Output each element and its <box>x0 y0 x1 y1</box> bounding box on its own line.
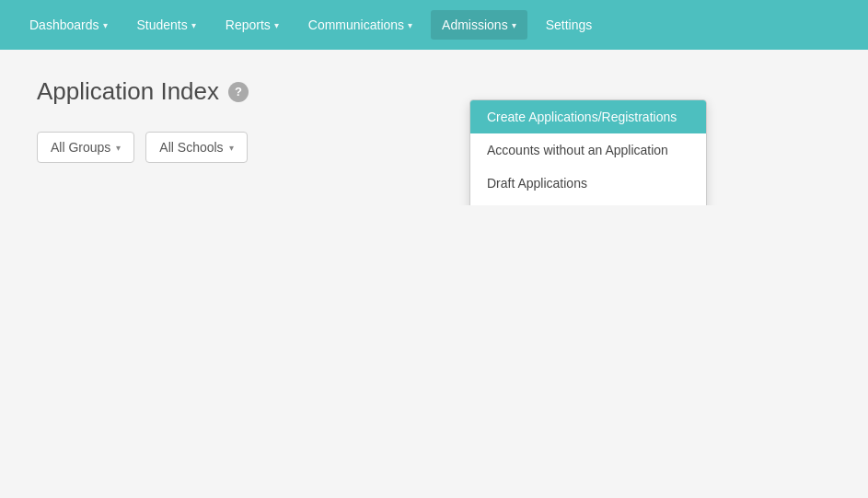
nav-dashboards[interactable]: Dashboards ▾ <box>18 10 119 40</box>
all-groups-label: All Groups <box>51 140 110 155</box>
nav-admissions-chevron: ▾ <box>512 20 516 30</box>
menu-item-rsvp-tracker[interactable]: RSVP Tracker <box>470 200 706 205</box>
nav-students-chevron: ▾ <box>191 20 196 30</box>
nav-reports[interactable]: Reports ▾ <box>214 10 290 40</box>
menu-item-draft-applications[interactable]: Draft Applications <box>470 167 706 200</box>
nav-settings-label: Settings <box>546 17 593 32</box>
nav-reports-chevron: ▾ <box>274 20 279 30</box>
nav-reports-label: Reports <box>226 17 271 32</box>
page-title-row: Application Index ? <box>37 77 831 106</box>
schools-chevron: ▾ <box>229 143 234 153</box>
nav-students[interactable]: Students ▾ <box>126 10 207 40</box>
nav-communications-label: Communications <box>308 17 404 32</box>
nav-dashboards-label: Dashboards <box>29 17 99 32</box>
nav-settings[interactable]: Settings <box>535 10 604 40</box>
nav-admissions[interactable]: Admissions ▾ <box>431 10 527 40</box>
nav-communications[interactable]: Communications ▾ <box>297 10 423 40</box>
help-icon[interactable]: ? <box>228 82 249 102</box>
nav-students-label: Students <box>137 17 188 32</box>
groups-chevron: ▾ <box>116 143 121 153</box>
all-schools-label: All Schools <box>159 140 223 155</box>
all-groups-filter[interactable]: All Groups ▾ <box>37 132 134 163</box>
menu-item-create-applications[interactable]: Create Applications/Registrations <box>470 100 706 133</box>
nav-dashboards-chevron: ▾ <box>103 20 108 30</box>
all-schools-filter[interactable]: All Schools ▾ <box>145 132 247 163</box>
filter-bar: All Groups ▾ All Schools ▾ <box>37 132 831 163</box>
admissions-dropdown-menu: Create Applications/RegistrationsAccount… <box>469 99 707 205</box>
nav-communications-chevron: ▾ <box>408 20 412 30</box>
menu-item-accounts-without-application[interactable]: Accounts without an Application <box>470 133 706 167</box>
navbar: Dashboards ▾ Students ▾ Reports ▾ Commun… <box>0 0 868 50</box>
page-title: Application Index <box>37 77 219 106</box>
dropdown-overlay: Create Applications/RegistrationsAccount… <box>0 50 868 205</box>
nav-admissions-label: Admissions <box>442 17 508 32</box>
page-content: Application Index ? All Groups ▾ All Sch… <box>0 50 868 205</box>
